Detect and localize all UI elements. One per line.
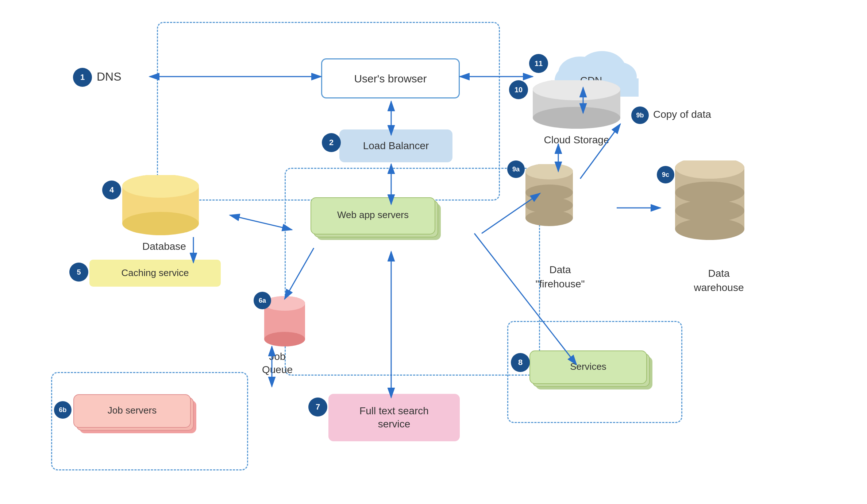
badge-lb: 2 <box>322 133 341 152</box>
svg-point-34 <box>264 332 305 346</box>
cloudstorage-label: Cloud Storage <box>533 134 620 146</box>
cloudstorage-node <box>529 80 624 131</box>
firehouse-label: Data"firehouse" <box>518 263 602 291</box>
svg-text:Web app servers: Web app servers <box>337 209 409 220</box>
fts-node: Full text search service <box>328 394 460 441</box>
badge-caching: 5 <box>69 263 88 282</box>
datawarehouse-node <box>671 160 774 263</box>
badge-services: 8 <box>511 353 530 372</box>
svg-point-70 <box>533 107 620 129</box>
badge-cdn: 11 <box>529 54 548 73</box>
lb-node: Load Balancer <box>339 129 452 162</box>
database-label: Database <box>128 241 201 252</box>
badge-dns: 1 <box>73 68 92 87</box>
svg-point-27 <box>122 175 199 198</box>
webapp-node: Web app servers <box>310 197 449 252</box>
badge-db: 4 <box>102 181 121 199</box>
badge-jobservers: 6b <box>54 401 72 419</box>
badge-cloudstorage: 10 <box>509 80 528 99</box>
svg-text:Services: Services <box>570 361 606 372</box>
jobqueue-label: JobQueue <box>244 350 310 377</box>
badge-fts: 7 <box>308 398 327 416</box>
database-node <box>120 175 201 237</box>
firehouse-node <box>518 164 602 255</box>
copydata-label: Copy of data <box>653 109 711 120</box>
browser-node: User's browser <box>321 58 460 98</box>
svg-point-55 <box>525 164 573 179</box>
svg-point-66 <box>675 182 744 203</box>
diagram: 1 DNS User's browser 11 CDN 2 Load Balan… <box>0 0 867 504</box>
svg-text:Job servers: Job servers <box>108 405 157 416</box>
badge-jobqueue: 6a <box>254 292 271 309</box>
svg-point-26 <box>122 212 199 235</box>
badge-copydata: 9b <box>631 106 649 124</box>
svg-line-7 <box>230 215 292 230</box>
jobservers-node: Job servers <box>73 394 204 441</box>
caching-node: Caching service <box>89 260 221 287</box>
svg-point-54 <box>525 185 573 201</box>
badge-firehouse: 9a <box>507 160 525 178</box>
badge-datawarehouse: 9c <box>657 166 674 183</box>
datawarehouse-label: Datawarehouse <box>675 266 763 295</box>
services-node: Services <box>529 350 660 398</box>
dns-label: DNS <box>97 70 122 84</box>
